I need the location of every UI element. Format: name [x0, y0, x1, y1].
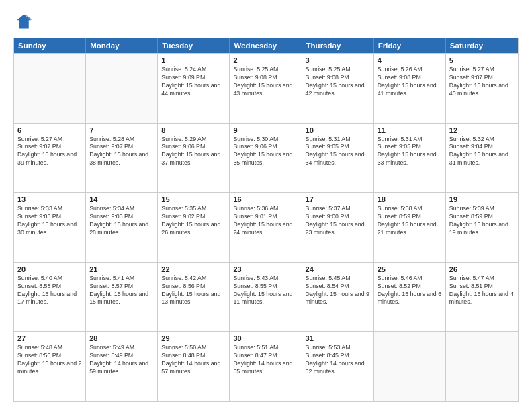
- daylight-text: Daylight: 15 hours and 43 minutes.: [233, 82, 298, 98]
- daylight-text: Daylight: 15 hours and 26 minutes.: [161, 221, 226, 237]
- day-cell-5: 5Sunrise: 5:27 AMSunset: 9:07 PMDaylight…: [446, 54, 518, 123]
- sunrise-text: Sunrise: 5:50 AM: [161, 344, 226, 352]
- sunrise-text: Sunrise: 5:39 AM: [449, 205, 515, 213]
- sunrise-text: Sunrise: 5:28 AM: [89, 136, 154, 144]
- daylight-text: Daylight: 15 hours and 34 minutes.: [306, 151, 370, 167]
- sunset-text: Sunset: 9:04 PM: [449, 143, 515, 151]
- sunrise-text: Sunrise: 5:34 AM: [89, 205, 154, 213]
- sunset-text: Sunset: 8:45 PM: [306, 352, 370, 360]
- sunset-text: Sunset: 8:48 PM: [161, 352, 226, 360]
- day-number: 2: [233, 56, 298, 64]
- day-number: 8: [161, 126, 226, 134]
- day-number: 14: [89, 195, 154, 203]
- daylight-text: Daylight: 15 hours and 13 minutes.: [161, 291, 226, 307]
- header-day-thursday: Thursday: [302, 38, 374, 53]
- day-cell-10: 10Sunrise: 5:31 AMSunset: 9:05 PMDayligh…: [302, 124, 374, 193]
- day-cell-27: 27Sunrise: 5:48 AMSunset: 8:50 PMDayligh…: [14, 332, 86, 401]
- daylight-text: Daylight: 15 hours and 39 minutes.: [17, 151, 82, 167]
- daylight-text: Daylight: 15 hours and 31 minutes.: [449, 151, 515, 167]
- week-row-2: 13Sunrise: 5:33 AMSunset: 9:03 PMDayligh…: [14, 192, 518, 262]
- day-cell-3: 3Sunrise: 5:25 AMSunset: 9:08 PMDaylight…: [302, 54, 374, 123]
- logo-icon: [13, 12, 32, 31]
- sunrise-text: Sunrise: 5:25 AM: [306, 66, 370, 74]
- sunrise-text: Sunrise: 5:49 AM: [89, 344, 154, 352]
- daylight-text: Daylight: 15 hours and 28 minutes.: [89, 221, 154, 237]
- day-cell-20: 20Sunrise: 5:40 AMSunset: 8:58 PMDayligh…: [14, 263, 86, 332]
- day-number: 26: [449, 265, 515, 273]
- sunrise-text: Sunrise: 5:47 AM: [449, 275, 515, 283]
- sunset-text: Sunset: 8:54 PM: [306, 283, 370, 291]
- sunrise-text: Sunrise: 5:30 AM: [233, 136, 298, 144]
- day-number: 31: [306, 334, 370, 342]
- empty-cell: [374, 332, 446, 401]
- sunset-text: Sunset: 9:06 PM: [233, 143, 298, 151]
- day-cell-4: 4Sunrise: 5:26 AMSunset: 9:08 PMDaylight…: [374, 54, 446, 123]
- day-number: 29: [161, 334, 226, 342]
- sunrise-text: Sunrise: 5:37 AM: [306, 205, 370, 213]
- daylight-text: Daylight: 15 hours and 42 minutes.: [306, 82, 370, 98]
- day-number: 1: [161, 56, 226, 64]
- page: SundayMondayTuesdayWednesdayThursdayFrid…: [0, 0, 532, 411]
- sunrise-text: Sunrise: 5:40 AM: [17, 275, 82, 283]
- sunrise-text: Sunrise: 5:31 AM: [306, 136, 370, 144]
- day-cell-7: 7Sunrise: 5:28 AMSunset: 9:07 PMDaylight…: [86, 124, 158, 193]
- sunset-text: Sunset: 8:52 PM: [378, 283, 442, 291]
- sunrise-text: Sunrise: 5:31 AM: [378, 136, 442, 144]
- sunset-text: Sunset: 9:08 PM: [233, 74, 298, 82]
- day-number: 3: [306, 56, 370, 64]
- empty-cell: [446, 332, 518, 401]
- sunset-text: Sunset: 9:08 PM: [306, 74, 370, 82]
- day-cell-28: 28Sunrise: 5:49 AMSunset: 8:49 PMDayligh…: [86, 332, 158, 401]
- sunset-text: Sunset: 8:51 PM: [449, 283, 515, 291]
- sunset-text: Sunset: 9:03 PM: [89, 213, 154, 221]
- header-day-friday: Friday: [374, 38, 446, 53]
- day-cell-16: 16Sunrise: 5:36 AMSunset: 9:01 PMDayligh…: [230, 193, 302, 262]
- sunrise-text: Sunrise: 5:33 AM: [17, 205, 82, 213]
- day-number: 6: [17, 126, 82, 134]
- sunrise-text: Sunrise: 5:29 AM: [161, 136, 226, 144]
- logo: [13, 12, 35, 31]
- day-cell-1: 1Sunrise: 5:24 AMSunset: 9:09 PMDaylight…: [158, 54, 230, 123]
- sunrise-text: Sunrise: 5:41 AM: [89, 275, 154, 283]
- day-cell-14: 14Sunrise: 5:34 AMSunset: 9:03 PMDayligh…: [86, 193, 158, 262]
- day-number: 4: [378, 56, 442, 64]
- daylight-text: Daylight: 15 hours and 30 minutes.: [17, 221, 82, 237]
- sunrise-text: Sunrise: 5:45 AM: [306, 275, 370, 283]
- day-number: 24: [306, 265, 370, 273]
- day-number: 27: [17, 334, 82, 342]
- sunrise-text: Sunrise: 5:46 AM: [378, 275, 442, 283]
- daylight-text: Daylight: 15 hours and 33 minutes.: [378, 151, 442, 167]
- day-number: 16: [233, 195, 298, 203]
- sunrise-text: Sunrise: 5:35 AM: [161, 205, 226, 213]
- sunset-text: Sunset: 9:01 PM: [233, 213, 298, 221]
- day-number: 15: [161, 195, 226, 203]
- daylight-text: Daylight: 15 hours and 35 minutes.: [233, 151, 298, 167]
- sunrise-text: Sunrise: 5:27 AM: [17, 136, 82, 144]
- sunrise-text: Sunrise: 5:36 AM: [233, 205, 298, 213]
- sunrise-text: Sunrise: 5:53 AM: [306, 344, 370, 352]
- sunset-text: Sunset: 8:56 PM: [161, 283, 226, 291]
- calendar-header: SundayMondayTuesdayWednesdayThursdayFrid…: [14, 38, 518, 53]
- daylight-text: Daylight: 14 hours and 55 minutes.: [233, 360, 298, 376]
- week-row-4: 27Sunrise: 5:48 AMSunset: 8:50 PMDayligh…: [14, 331, 518, 401]
- day-cell-23: 23Sunrise: 5:43 AMSunset: 8:55 PMDayligh…: [230, 263, 302, 332]
- day-cell-9: 9Sunrise: 5:30 AMSunset: 9:06 PMDaylight…: [230, 124, 302, 193]
- day-cell-13: 13Sunrise: 5:33 AMSunset: 9:03 PMDayligh…: [14, 193, 86, 262]
- header-day-saturday: Saturday: [446, 38, 518, 53]
- daylight-text: Daylight: 15 hours and 6 minutes.: [378, 291, 442, 307]
- sunset-text: Sunset: 8:57 PM: [89, 283, 154, 291]
- day-cell-8: 8Sunrise: 5:29 AMSunset: 9:06 PMDaylight…: [158, 124, 230, 193]
- day-number: 12: [449, 126, 515, 134]
- daylight-text: Daylight: 15 hours and 2 minutes.: [17, 360, 82, 376]
- header-day-monday: Monday: [86, 38, 158, 53]
- daylight-text: Daylight: 15 hours and 24 minutes.: [233, 221, 298, 237]
- sunset-text: Sunset: 9:08 PM: [378, 74, 442, 82]
- empty-cell: [14, 54, 86, 123]
- daylight-text: Daylight: 15 hours and 19 minutes.: [449, 221, 515, 237]
- sunrise-text: Sunrise: 5:42 AM: [161, 275, 226, 283]
- week-row-0: 1Sunrise: 5:24 AMSunset: 9:09 PMDaylight…: [14, 53, 518, 123]
- day-cell-15: 15Sunrise: 5:35 AMSunset: 9:02 PMDayligh…: [158, 193, 230, 262]
- day-number: 11: [378, 126, 442, 134]
- sunset-text: Sunset: 9:09 PM: [161, 74, 226, 82]
- sunrise-text: Sunrise: 5:48 AM: [17, 344, 82, 352]
